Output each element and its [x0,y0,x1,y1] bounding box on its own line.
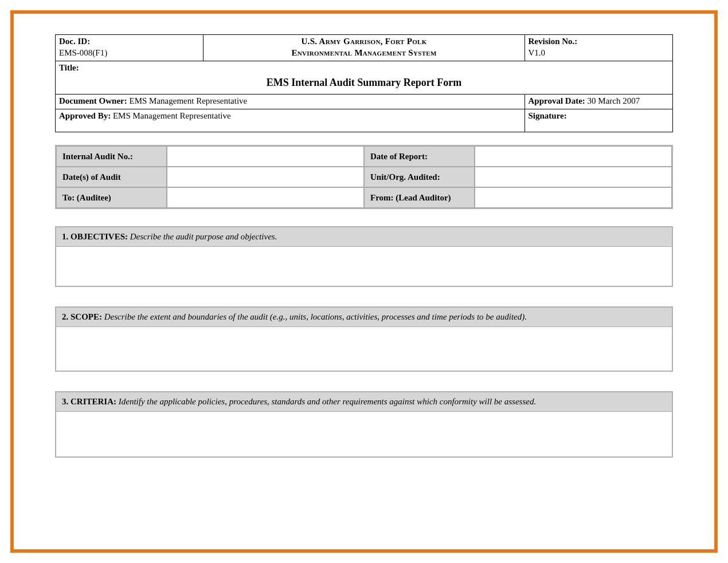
document-frame: Doc. ID: EMS-008(F1) U.S. Army Garrison,… [10,10,718,553]
section-objectives: 1. OBJECTIVES: Describe the audit purpos… [55,226,673,287]
doc-id-label: Doc. ID: [59,37,90,46]
approval-date-label: Approval Date: [529,96,585,105]
org-line-1: U.S. Army Garrison, Fort Polk [301,37,426,46]
to-field[interactable] [167,187,364,208]
title-label: Title: [59,63,79,72]
dates-audit-field[interactable] [167,167,364,187]
audit-info-table: Internal Audit No.: Date of Report: Date… [55,145,673,209]
section-criteria-header: 3. CRITERIA: Identify the applicable pol… [56,392,672,412]
scope-body[interactable] [56,327,672,371]
doc-id-value: EMS-008(F1) [59,48,107,57]
section-description: Describe the audit purpose and objective… [128,232,277,241]
revision-value: V1.0 [529,48,546,57]
owner-label: Document Owner: [59,96,127,105]
section-scope: 2. SCOPE: Describe the extent and bounda… [55,306,673,372]
document-meta-table: Doc. ID: EMS-008(F1) U.S. Army Garrison,… [55,34,673,132]
section-number: 1. [62,232,68,241]
signature-label: Signature: [529,111,567,120]
dates-audit-label: Date(s) of Audit [56,167,167,187]
from-label: From: (Lead Auditor) [364,187,475,208]
section-name: CRITERIA: [68,397,116,406]
section-criteria: 3. CRITERIA: Identify the applicable pol… [55,391,673,458]
criteria-body[interactable] [56,412,672,456]
section-description: Identify the applicable policies, proced… [116,397,536,406]
section-number: 3. [62,397,68,406]
date-report-field[interactable] [475,146,672,167]
unit-field[interactable] [475,167,672,187]
form-title: EMS Internal Audit Summary Report Form [59,74,669,93]
approved-by-value: EMS Management Representative [111,111,231,120]
from-field[interactable] [475,187,672,208]
section-objectives-header: 1. OBJECTIVES: Describe the audit purpos… [56,227,672,247]
section-name: SCOPE: [68,312,102,321]
audit-no-label: Internal Audit No.: [56,146,167,167]
owner-value: EMS Management Representative [127,96,248,105]
org-line-2: Environmental Management System [291,48,436,57]
section-number: 2. [62,312,68,321]
section-scope-header: 2. SCOPE: Describe the extent and bounda… [56,308,672,327]
unit-label: Unit/Org. Audited: [364,167,475,187]
revision-label: Revision No.: [529,37,578,46]
date-report-label: Date of Report: [364,146,475,167]
section-name: OBJECTIVES: [68,232,128,241]
audit-no-field[interactable] [167,146,364,167]
section-description: Describe the extent and boundaries of th… [102,312,527,321]
approved-by-label: Approved By: [59,111,111,120]
to-label: To: (Auditee) [56,187,167,208]
approval-date-value: 30 March 2007 [585,96,640,105]
objectives-body[interactable] [56,247,672,286]
